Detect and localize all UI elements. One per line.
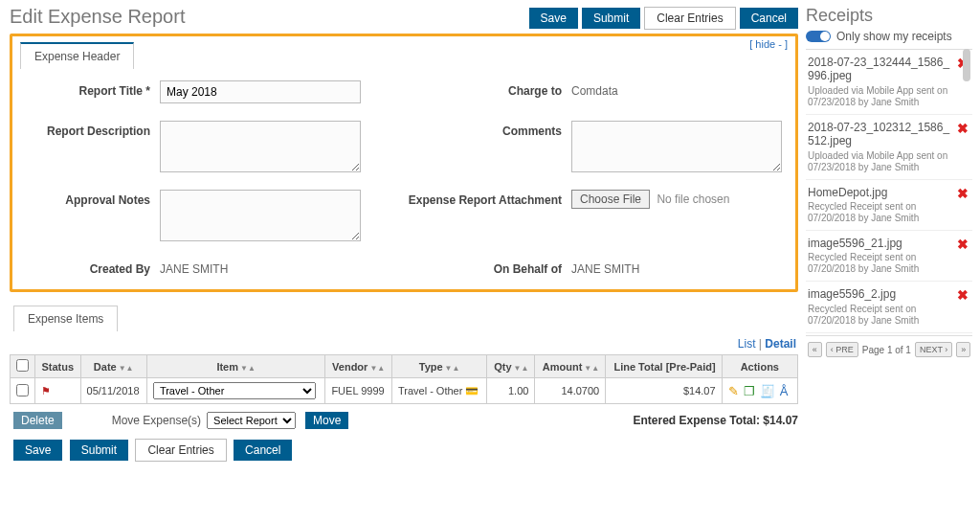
pager-prev-icon[interactable]: ‹ PRE bbox=[826, 342, 858, 357]
edit-icon[interactable]: ✎ bbox=[728, 384, 739, 398]
label-approval-notes: Approval Notes bbox=[26, 190, 150, 207]
pager: « ‹ PRE Page 1 of 1 NEXT › » bbox=[806, 342, 972, 357]
cancel-button[interactable]: Cancel bbox=[740, 8, 798, 29]
receipt-meta: Recycled Receipt sent on 07/20/2018 by J… bbox=[808, 252, 969, 275]
cell-amount: 14.0700 bbox=[535, 378, 606, 404]
receipt-name[interactable]: HomeDepot.jpg bbox=[808, 186, 969, 199]
receipts-title: Receipts bbox=[806, 6, 972, 26]
approval-notes-input[interactable] bbox=[160, 190, 361, 241]
col-status[interactable]: Status bbox=[35, 355, 81, 378]
flag-icon: ⚑ bbox=[41, 385, 51, 396]
cell-qty: 1.00 bbox=[487, 378, 535, 404]
copy-icon[interactable]: ❐ bbox=[744, 384, 755, 398]
col-date[interactable]: Date▼▲ bbox=[80, 355, 146, 378]
col-vendor[interactable]: Vendor▼▲ bbox=[325, 355, 392, 378]
receipt-name[interactable]: 2018-07-23_102312_1586_512.jpeg bbox=[808, 121, 969, 148]
cell-type: Travel - Other 💳 bbox=[391, 378, 486, 404]
list-item: image5596_21.jpg Recycled Receipt sent o… bbox=[806, 231, 972, 282]
cancel-button-bottom[interactable]: Cancel bbox=[234, 440, 292, 461]
receipt-meta: Recycled Receipt sent on 07/20/2018 by J… bbox=[808, 201, 969, 224]
choose-file-button[interactable]: Choose File bbox=[571, 190, 650, 209]
charge-to-value: Comdata bbox=[571, 80, 782, 98]
label-report-description: Report Description bbox=[26, 121, 150, 138]
list-item: 2018-07-23_102312_1586_512.jpeg Uploaded… bbox=[806, 115, 972, 180]
col-type[interactable]: Type▼▲ bbox=[391, 355, 486, 378]
label-created-by: Created By bbox=[26, 259, 150, 276]
col-amount[interactable]: Amount▼▲ bbox=[535, 355, 606, 378]
label-attachment: Expense Report Attachment bbox=[370, 190, 562, 207]
list-item: image5596_2.jpg Recycled Receipt sent on… bbox=[806, 282, 972, 332]
entered-total: Entered Expense Total: $14.07 bbox=[633, 414, 798, 427]
list-item: HomeDepot.jpg Recycled Receipt sent on 0… bbox=[806, 180, 972, 231]
cell-date: 05/11/2018 bbox=[80, 378, 146, 404]
report-description-input[interactable] bbox=[160, 121, 361, 172]
submit-button-bottom[interactable]: Submit bbox=[70, 440, 128, 461]
list-view-link[interactable]: List bbox=[738, 337, 756, 351]
receipt-name[interactable]: image5596_2.jpg bbox=[808, 287, 969, 301]
save-button[interactable]: Save bbox=[529, 8, 578, 29]
pager-label: Page 1 of 1 bbox=[862, 345, 911, 355]
clear-entries-button[interactable]: Clear Entries bbox=[644, 7, 735, 30]
receipt-icon[interactable]: 🧾 bbox=[760, 384, 775, 398]
tab-expense-header[interactable]: Expense Header bbox=[20, 42, 134, 69]
col-actions: Actions bbox=[722, 355, 797, 378]
pager-first-icon[interactable]: « bbox=[808, 342, 822, 357]
credit-card-icon: 💳 bbox=[465, 385, 479, 396]
receipt-meta: Uploaded via Mobile App sent on 07/23/20… bbox=[808, 150, 969, 173]
receipt-name[interactable]: 2018-07-23_132444_1586_996.jpeg bbox=[808, 56, 969, 83]
row-checkbox[interactable] bbox=[16, 384, 29, 396]
table-row: ⚑ 05/11/2018 Travel - Other FUEL 9999 Tr… bbox=[11, 378, 798, 404]
on-behalf-value: JANE SMITH bbox=[571, 259, 782, 276]
list-item: Sunchineroceint.in ✖ bbox=[806, 333, 972, 336]
hide-toggle[interactable]: [ hide - ] bbox=[749, 38, 788, 50]
pager-last-icon[interactable]: » bbox=[956, 342, 970, 357]
receipt-name[interactable]: image5596_21.jpg bbox=[808, 237, 969, 250]
clear-entries-button-bottom[interactable]: Clear Entries bbox=[135, 439, 226, 462]
label-charge-to: Charge to bbox=[370, 80, 562, 98]
comments-input[interactable] bbox=[571, 121, 782, 172]
pager-next-icon[interactable]: NEXT › bbox=[915, 342, 952, 357]
label-on-behalf: On Behalf of bbox=[370, 259, 562, 276]
move-button[interactable]: Move bbox=[305, 412, 348, 429]
col-item[interactable]: Item▼▲ bbox=[146, 355, 325, 378]
save-button-bottom[interactable]: Save bbox=[13, 440, 62, 461]
no-file-label: No file chosen bbox=[657, 193, 729, 206]
move-select[interactable]: Select Report bbox=[207, 412, 296, 429]
scrollbar[interactable] bbox=[963, 49, 970, 336]
label-comments: Comments bbox=[370, 121, 562, 138]
receipt-meta: Recycled Receipt sent on 07/20/2018 by J… bbox=[808, 304, 969, 327]
receipt-meta: Uploaded via Mobile App sent on 07/23/20… bbox=[808, 85, 969, 108]
submit-button[interactable]: Submit bbox=[582, 8, 640, 29]
col-qty[interactable]: Qty▼▲ bbox=[487, 355, 535, 378]
detail-view-link[interactable]: Detail bbox=[765, 337, 796, 351]
list-item: 2018-07-23_132444_1586_996.jpeg Uploaded… bbox=[806, 50, 972, 115]
cell-line-total: $14.07 bbox=[606, 378, 722, 404]
tab-expense-items[interactable]: Expense Items bbox=[13, 306, 118, 331]
cell-vendor: FUEL 9999 bbox=[325, 378, 392, 404]
created-by-value: JANE SMITH bbox=[160, 259, 361, 276]
page-title: Edit Expense Report bbox=[10, 6, 525, 28]
report-title-input[interactable] bbox=[160, 80, 361, 103]
delete-button[interactable]: Delete bbox=[13, 412, 62, 429]
select-all-checkbox[interactable] bbox=[16, 359, 29, 372]
label-report-title: Report Title * bbox=[26, 80, 150, 98]
expense-items-table: Status Date▼▲ Item▼▲ Vendor▼▲ Type▼▲ Qty… bbox=[10, 354, 798, 404]
col-line-total[interactable]: Line Total [Pre-Paid] bbox=[606, 355, 722, 378]
item-select[interactable]: Travel - Other bbox=[153, 382, 316, 399]
toggle-label: Only show my receipts bbox=[836, 30, 952, 43]
receipt-list: 2018-07-23_132444_1586_996.jpeg Uploaded… bbox=[806, 49, 972, 336]
only-my-receipts-toggle[interactable]: Only show my receipts bbox=[806, 30, 952, 43]
allocate-icon[interactable]: Å bbox=[780, 384, 789, 398]
move-label: Move Expense(s) bbox=[112, 414, 201, 427]
